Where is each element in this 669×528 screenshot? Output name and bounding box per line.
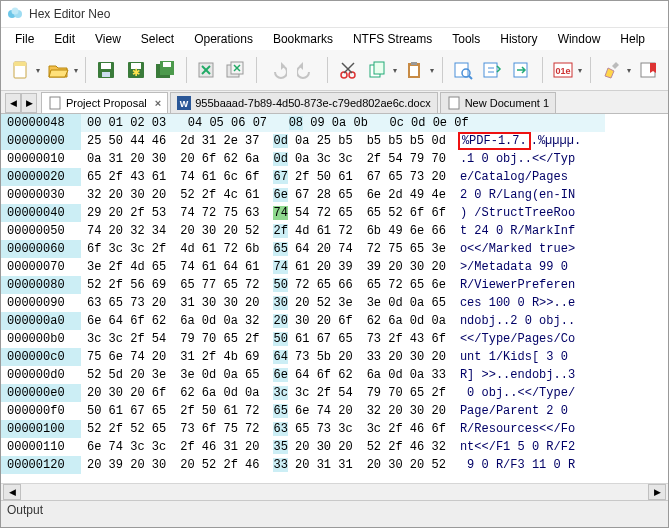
goto-button[interactable] — [508, 55, 536, 85]
menu-edit[interactable]: Edit — [46, 30, 83, 48]
row-bytes[interactable]: 6f 3c 3c 2f4d 61 72 6b65 64 20 7472 75 6… — [81, 240, 446, 258]
hex-row[interactable]: 000000e020 30 20 6f62 6a 0d 0a3c 3c 2f 5… — [1, 384, 668, 402]
row-ascii[interactable]: 0 obj..<</Type/ — [446, 384, 575, 402]
menu-history[interactable]: History — [492, 30, 545, 48]
menu-operations[interactable]: Operations — [186, 30, 261, 48]
row-ascii[interactable]: %PDF-1.7..%µµµµ. — [446, 132, 581, 150]
row-ascii[interactable]: R/ViewerPreferen — [446, 276, 575, 294]
hex-row[interactable]: 000000b03c 3c 2f 5479 70 65 2f50 61 67 6… — [1, 330, 668, 348]
row-ascii[interactable]: 2 0 R/Lang(en-IN — [446, 186, 575, 204]
row-ascii[interactable]: nt<</F1 5 0 R/F2 — [446, 438, 575, 456]
row-bytes[interactable]: 63 65 73 2031 30 30 2030 20 52 3e3e 0d 0… — [81, 294, 446, 312]
tab-nav-next[interactable]: ▶ — [21, 93, 37, 113]
row-ascii[interactable]: ) /StructTreeRoo — [446, 204, 575, 222]
row-ascii[interactable]: R] >>..endobj..3 — [446, 366, 575, 384]
output-panel-header[interactable]: Output — [1, 500, 668, 527]
row-ascii[interactable]: e/Catalog/Pages — [446, 168, 575, 186]
row-bytes[interactable]: 20 39 20 3020 52 2f 4633 20 31 3120 30 2… — [81, 456, 446, 474]
menu-file[interactable]: File — [7, 30, 42, 48]
close-doc-button[interactable] — [193, 55, 221, 85]
new-file-dropdown[interactable]: ▾ — [35, 66, 42, 75]
row-ascii[interactable]: unt 1/Kids[ 3 0 — [446, 348, 575, 366]
copy-button[interactable] — [363, 55, 391, 85]
hex-row[interactable]: 0000002065 2f 43 6174 61 6c 6f67 2f 50 6… — [1, 168, 668, 186]
menu-bookmarks[interactable]: Bookmarks — [265, 30, 341, 48]
hex-row[interactable]: 000001106e 74 3c 3c2f 46 31 2035 20 30 2… — [1, 438, 668, 456]
row-bytes[interactable]: 74 20 32 3420 30 20 522f 4d 61 726b 49 6… — [81, 222, 446, 240]
save-as-button[interactable]: ✱ — [122, 55, 150, 85]
tab-1[interactable]: W955baaad-7b89-4d50-873e-c79ed802ae6c.do… — [170, 92, 437, 113]
scroll-left-button[interactable]: ◀ — [3, 484, 21, 500]
row-bytes[interactable]: 52 5d 20 3e3e 0d 0a 656e 64 6f 626a 0d 0… — [81, 366, 446, 384]
row-bytes[interactable]: 50 61 67 652f 50 61 7265 6e 74 2032 20 3… — [81, 402, 446, 420]
menu-select[interactable]: Select — [133, 30, 182, 48]
row-bytes[interactable]: 3e 2f 4d 6574 61 64 6174 61 20 3939 20 3… — [81, 258, 446, 276]
row-bytes[interactable]: 6e 74 3c 3c2f 46 31 2035 20 30 2052 2f 4… — [81, 438, 446, 456]
hex-row[interactable]: 0000012020 39 20 3020 52 2f 4633 20 31 3… — [1, 456, 668, 474]
undo-button[interactable] — [263, 55, 291, 85]
row-bytes[interactable]: 25 50 44 462d 31 2e 370d 0a 25 b5b5 b5 b… — [81, 132, 446, 150]
menu-help[interactable]: Help — [612, 30, 653, 48]
hex-row[interactable]: 000000703e 2f 4d 6574 61 64 6174 61 20 3… — [1, 258, 668, 276]
row-ascii[interactable]: >/Metadata 99 0 — [446, 258, 575, 276]
row-ascii[interactable]: ndobj..2 0 obj.. — [446, 312, 575, 330]
hex-row[interactable]: 000000100a 31 20 3020 6f 62 6a0d 0a 3c 3… — [1, 150, 668, 168]
paste-dropdown[interactable]: ▾ — [428, 66, 435, 75]
hex-row[interactable]: 0000003032 20 30 2052 2f 4c 616e 67 28 6… — [1, 186, 668, 204]
menu-view[interactable]: View — [87, 30, 129, 48]
bookmark-button[interactable] — [634, 55, 662, 85]
find-button[interactable] — [449, 55, 477, 85]
hex-view[interactable]: 00000048 00 01 02 03 04 05 06 07 08 09 0… — [1, 114, 668, 483]
scroll-right-button[interactable]: ▶ — [648, 484, 666, 500]
encoding-dropdown[interactable]: ▾ — [577, 66, 584, 75]
row-bytes[interactable]: 6e 64 6f 626a 0d 0a 3220 30 20 6f62 6a 0… — [81, 312, 446, 330]
save-all-button[interactable] — [152, 55, 180, 85]
row-ascii[interactable]: <</Type/Pages/Co — [446, 330, 575, 348]
row-ascii[interactable]: 9 0 R/F3 11 0 R — [446, 456, 575, 474]
save-button[interactable] — [92, 55, 120, 85]
hex-row[interactable]: 0000004029 20 2f 5374 72 75 6374 54 72 6… — [1, 204, 668, 222]
paste-button[interactable] — [401, 55, 429, 85]
horizontal-scrollbar[interactable]: ◀ ▶ — [1, 483, 668, 500]
open-file-button[interactable] — [44, 55, 72, 85]
cut-button[interactable] — [334, 55, 362, 85]
tab-nav-prev[interactable]: ◀ — [5, 93, 21, 113]
row-bytes[interactable]: 52 2f 56 6965 77 65 7250 72 65 6665 72 6… — [81, 276, 446, 294]
new-file-button[interactable] — [7, 55, 35, 85]
hex-row[interactable]: 000000606f 3c 3c 2f4d 61 72 6b65 64 20 7… — [1, 240, 668, 258]
hex-row[interactable]: 000000a06e 64 6f 626a 0d 0a 3220 30 20 6… — [1, 312, 668, 330]
tab-close-icon[interactable]: × — [155, 97, 161, 109]
tab-2[interactable]: New Document 1 — [440, 92, 556, 113]
row-ascii[interactable]: R/Resources<</Fo — [446, 420, 575, 438]
row-bytes[interactable]: 65 2f 43 6174 61 6c 6f67 2f 50 6167 65 7… — [81, 168, 446, 186]
menu-window[interactable]: Window — [550, 30, 609, 48]
menu-ntfs-streams[interactable]: NTFS Streams — [345, 30, 440, 48]
hex-row[interactable]: 000000c075 6e 74 2031 2f 4b 6964 73 5b 2… — [1, 348, 668, 366]
menu-tools[interactable]: Tools — [444, 30, 488, 48]
highlight-dropdown[interactable]: ▾ — [625, 66, 632, 75]
row-bytes[interactable]: 32 20 30 2052 2f 4c 616e 67 28 656e 2d 4… — [81, 186, 446, 204]
hex-row[interactable]: 0000005074 20 32 3420 30 20 522f 4d 61 7… — [1, 222, 668, 240]
hex-row[interactable]: 000000d052 5d 20 3e3e 0d 0a 656e 64 6f 6… — [1, 366, 668, 384]
row-ascii[interactable]: t 24 0 R/MarkInf — [446, 222, 575, 240]
encoding-button[interactable]: 01e — [549, 55, 577, 85]
row-ascii[interactable]: o<</Marked true> — [446, 240, 575, 258]
row-ascii[interactable]: .1 0 obj..<</Typ — [446, 150, 575, 168]
row-bytes[interactable]: 3c 3c 2f 5479 70 65 2f50 61 67 6573 2f 4… — [81, 330, 446, 348]
highlight-button[interactable] — [597, 55, 625, 85]
copy-dropdown[interactable]: ▾ — [391, 66, 398, 75]
hex-row[interactable]: 0000010052 2f 52 6573 6f 75 7263 65 73 3… — [1, 420, 668, 438]
row-ascii[interactable]: Page/Parent 2 0 — [446, 402, 575, 420]
row-ascii[interactable]: ces 100 0 R>>..e — [446, 294, 575, 312]
hex-row[interactable]: 0000008052 2f 56 6965 77 65 7250 72 65 6… — [1, 276, 668, 294]
hex-row[interactable]: 0000009063 65 73 2031 30 30 2030 20 52 3… — [1, 294, 668, 312]
row-bytes[interactable]: 0a 31 20 3020 6f 62 6a0d 0a 3c 3c2f 54 7… — [81, 150, 446, 168]
open-file-dropdown[interactable]: ▾ — [72, 66, 79, 75]
redo-button[interactable] — [293, 55, 321, 85]
row-bytes[interactable]: 75 6e 74 2031 2f 4b 6964 73 5b 2033 20 3… — [81, 348, 446, 366]
row-bytes[interactable]: 52 2f 52 6573 6f 75 7263 65 73 3c3c 2f 4… — [81, 420, 446, 438]
replace-button[interactable] — [478, 55, 506, 85]
row-bytes[interactable]: 20 30 20 6f62 6a 0d 0a3c 3c 2f 5479 70 6… — [81, 384, 446, 402]
close-all-button[interactable] — [222, 55, 250, 85]
tab-0[interactable]: Project Proposal× — [41, 92, 168, 113]
